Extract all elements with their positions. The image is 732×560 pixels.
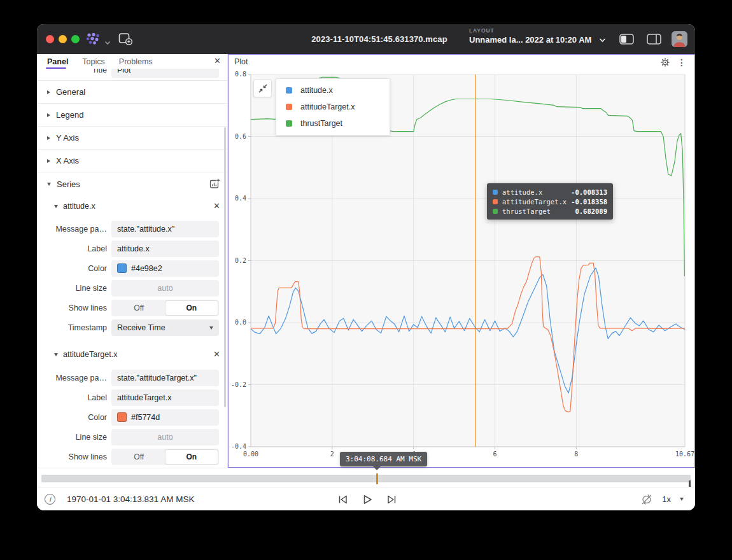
playback-speed[interactable]: 1x — [662, 494, 671, 504]
field-row: Line size auto — [37, 427, 227, 447]
line-size-input[interactable]: auto — [111, 429, 219, 445]
data-source-filename[interactable]: 2023-11-10T04:51:45.631370.mcap — [311, 34, 447, 44]
seek-backward-icon[interactable] — [337, 494, 349, 505]
field-row: Message pa… state."attitudeTarget.x" — [37, 368, 227, 388]
close-window-button[interactable] — [46, 35, 54, 43]
minimize-window-button[interactable] — [59, 35, 67, 43]
title-field-label: Title — [37, 69, 111, 74]
legend-swatch — [286, 120, 292, 127]
field-row: Line size auto — [37, 278, 227, 298]
tab-topics[interactable]: Topics — [82, 57, 104, 66]
field-row: Label attitudeTarget.x — [37, 388, 227, 407]
field-row: Label attitude.x — [37, 239, 227, 258]
screen-background: 2023-11-10T04:51:45.631370.mcap LAYOUT U… — [0, 0, 732, 560]
playback-controls-bar: i 1970-01-01 3:04:13.831 AM MSK — [37, 487, 695, 510]
show-lines-off-button[interactable]: Off — [113, 301, 165, 315]
section-general[interactable]: General — [37, 81, 227, 104]
field-row: Color #f5774d — [37, 407, 227, 427]
kebab-menu-icon[interactable]: ⋮ — [677, 57, 686, 67]
show-lines-on-button[interactable]: On — [165, 301, 218, 315]
sidebar-scrollbar[interactable] — [224, 127, 226, 407]
title-bar: 2023-11-10T04:51:45.631370.mcap LAYOUT U… — [37, 24, 695, 54]
collapse-legend-icon[interactable] — [253, 79, 272, 97]
legend-swatch — [286, 87, 292, 94]
plot-hover-tooltip: attitude.x -0.008313 attitudeTarget.x -0… — [487, 183, 613, 220]
series-label-input[interactable]: attitude.x — [111, 241, 219, 257]
tooltip-row: attitudeTarget.x -0.018358 — [493, 197, 607, 206]
caret-right-icon — [47, 136, 50, 140]
series-header-attitude-target-x[interactable]: attitudeTarget.x ✕ — [37, 345, 227, 364]
legend-item-attitude-target-x[interactable]: attitudeTarget.x — [276, 99, 390, 115]
sidebar-close-icon[interactable]: ✕ — [214, 56, 221, 66]
layout-selector[interactable]: LAYOUT Unnamed la... 2022 at 10:20 AM — [469, 28, 606, 45]
add-panel-icon[interactable] — [118, 32, 133, 48]
remove-series-icon[interactable]: ✕ — [213, 349, 220, 359]
message-path-input[interactable]: state."attitude.x" — [111, 221, 219, 237]
color-swatch[interactable] — [117, 412, 127, 422]
foxglove-logo-icon[interactable] — [85, 32, 102, 48]
remove-series-icon[interactable]: ✕ — [213, 201, 220, 211]
tooltip-swatch — [493, 209, 498, 214]
section-y-axis[interactable]: Y Axis — [37, 127, 227, 150]
layout-name: Unnamed la... 2022 at 10:20 AM — [469, 36, 591, 45]
add-series-icon[interactable] — [209, 178, 220, 189]
current-timestamp: 1970-01-01 3:04:13.831 AM MSK — [67, 487, 194, 510]
x-axis-labels: 0.00246810.67 — [251, 451, 685, 459]
info-icon[interactable]: i — [45, 494, 55, 505]
y-axis-labels: 0.80.60.40.20.0-0.2-0.4 — [228, 54, 248, 468]
right-sidebar-toggle-icon[interactable] — [647, 34, 661, 47]
timeline-area — [37, 468, 695, 487]
timeline-scrubber[interactable] — [41, 475, 691, 482]
field-row: Message pa… state."attitude.x" — [37, 219, 227, 239]
show-lines-on-button[interactable]: On — [165, 450, 218, 464]
tooltip-row: thrustTarget 0.682089 — [493, 206, 607, 216]
series-line-attitude.x — [251, 268, 685, 393]
sidebar-tab-bar: Panel Topics Problems ✕ — [37, 54, 227, 69]
section-x-axis[interactable]: X Axis — [37, 150, 227, 172]
maximize-window-button[interactable] — [71, 35, 80, 43]
caret-down-icon — [54, 205, 58, 208]
tab-problems[interactable]: Problems — [119, 57, 153, 66]
seek-time-tooltip: 3:04:08.684 AM MSK — [340, 452, 427, 466]
show-lines-toggle: Off On — [111, 449, 219, 465]
section-legend[interactable]: Legend — [37, 104, 227, 127]
series-color-input[interactable]: #f5774d — [111, 409, 219, 426]
legend-item-attitude-x[interactable]: attitude.x — [276, 82, 390, 99]
tab-panel[interactable]: Panel — [47, 57, 68, 66]
caret-right-icon — [47, 159, 50, 163]
caret-down-icon — [54, 353, 58, 356]
app-window: 2023-11-10T04:51:45.631370.mcap LAYOUT U… — [37, 24, 695, 510]
title-field-input[interactable]: Plot — [111, 69, 219, 78]
legend-item-thrust-target[interactable]: thrustTarget — [276, 115, 390, 132]
loop-disabled-icon[interactable] — [640, 494, 653, 505]
caret-right-icon — [47, 113, 50, 117]
user-avatar[interactable] — [672, 31, 687, 47]
field-row: Show lines Off On — [37, 447, 227, 466]
play-icon[interactable] — [362, 494, 373, 505]
field-row: Show lines Off On — [37, 298, 227, 318]
left-sidebar-toggle-icon[interactable] — [619, 34, 634, 47]
plot-legend: attitude.x attitudeTarget.x thrustTarget — [276, 78, 390, 136]
color-swatch[interactable] — [117, 263, 127, 273]
caret-down-icon — [47, 183, 51, 186]
section-series[interactable]: Series — [37, 172, 227, 195]
message-path-input[interactable]: state."attitudeTarget.x" — [111, 370, 219, 386]
speed-dropdown-icon[interactable] — [680, 498, 684, 501]
tooltip-swatch — [493, 190, 498, 195]
show-lines-off-button[interactable]: Off — [113, 450, 165, 464]
settings-sidebar: Panel Topics Problems ✕ Title Plot Gener… — [37, 54, 228, 468]
series-label-input[interactable]: attitudeTarget.x — [111, 389, 219, 406]
data-source-chevron-icon[interactable] — [104, 36, 111, 48]
settings-gear-icon[interactable] — [661, 58, 670, 67]
layout-chevron-icon — [599, 38, 606, 43]
seek-forward-icon[interactable] — [386, 494, 398, 505]
timeline-playhead[interactable] — [376, 473, 378, 484]
timestamp-select[interactable]: Receive Time — [111, 319, 219, 336]
tooltip-row: attitude.x -0.008313 — [493, 187, 607, 197]
show-lines-toggle: Off On — [111, 300, 219, 316]
line-size-input[interactable]: auto — [111, 280, 219, 297]
series-header-attitude-x[interactable]: attitude.x ✕ — [37, 197, 227, 216]
field-row: Color #4e98e2 — [37, 258, 227, 278]
series-color-input[interactable]: #4e98e2 — [111, 260, 219, 277]
panel-title-row-clipped: Title Plot — [37, 69, 227, 81]
